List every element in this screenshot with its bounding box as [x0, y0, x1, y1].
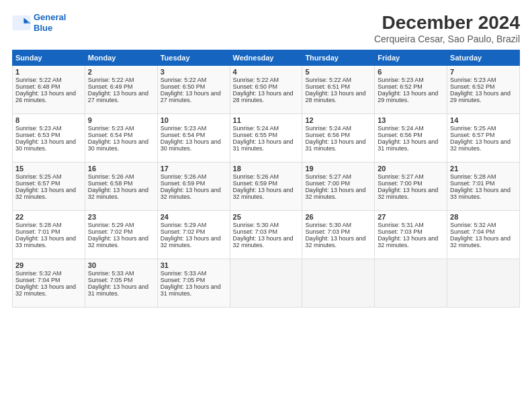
sunrise-text: Sunrise: 5:23 AM — [88, 125, 134, 132]
sunset-text: Sunset: 6:49 PM — [88, 83, 133, 90]
sunrise-text: Sunrise: 5:25 AM — [15, 173, 62, 180]
calendar-cell: 6Sunrise: 5:23 AMSunset: 6:52 PMDaylight… — [375, 66, 447, 114]
sunset-text: Sunset: 6:51 PM — [305, 83, 350, 90]
sunrise-text: Sunrise: 5:27 AM — [378, 173, 424, 180]
day-number: 23 — [88, 213, 154, 221]
calendar-cell: 7Sunrise: 5:23 AMSunset: 6:52 PMDaylight… — [447, 66, 520, 114]
daylight-text: Daylight: 13 hours and 33 minutes. — [15, 235, 76, 248]
sunrise-text: Sunrise: 5:33 AM — [161, 270, 207, 277]
daylight-text: Daylight: 13 hours and 27 minutes. — [161, 90, 221, 103]
day-number: 27 — [378, 213, 444, 221]
sunset-text: Sunset: 7:00 PM — [378, 180, 423, 187]
sunset-text: Sunset: 7:02 PM — [88, 228, 133, 235]
sunset-text: Sunset: 7:01 PM — [450, 180, 495, 187]
sunset-text: Sunset: 6:50 PM — [161, 83, 206, 90]
calendar-cell: 5Sunrise: 5:22 AMSunset: 6:51 PMDaylight… — [302, 66, 375, 114]
daylight-text: Daylight: 13 hours and 31 minutes. — [378, 138, 438, 152]
calendar-cell: 28Sunrise: 5:32 AMSunset: 7:04 PMDayligh… — [447, 211, 520, 259]
col-sunday: Sunday — [13, 50, 85, 66]
sunrise-text: Sunrise: 5:24 AM — [305, 125, 351, 132]
sunset-text: Sunset: 6:56 PM — [378, 132, 423, 138]
sunset-text: Sunset: 6:54 PM — [161, 132, 206, 138]
col-tuesday: Tuesday — [157, 50, 230, 66]
day-number: 28 — [450, 213, 517, 221]
calendar-cell: 23Sunrise: 5:29 AMSunset: 7:02 PMDayligh… — [85, 211, 157, 259]
calendar-page: General Blue December 2024 Cerqueira Ces… — [0, 0, 532, 411]
calendar-cell: 30Sunrise: 5:33 AMSunset: 7:05 PMDayligh… — [85, 259, 157, 308]
logo-text: General Blue — [34, 12, 66, 33]
daylight-text: Daylight: 13 hours and 32 minutes. — [233, 187, 294, 200]
calendar-cell — [230, 259, 302, 308]
calendar-table: Sunday Monday Tuesday Wednesday Thursday… — [12, 50, 520, 308]
calendar-cell: 31Sunrise: 5:33 AMSunset: 7:05 PMDayligh… — [157, 259, 230, 308]
day-number: 24 — [161, 213, 227, 221]
sunset-text: Sunset: 7:05 PM — [161, 277, 206, 283]
calendar-cell: 15Sunrise: 5:25 AMSunset: 6:57 PMDayligh… — [13, 163, 85, 211]
sunset-text: Sunset: 6:52 PM — [378, 83, 423, 90]
calendar-cell: 1Sunrise: 5:22 AMSunset: 6:48 PMDaylight… — [13, 66, 85, 114]
sunset-text: Sunset: 6:57 PM — [15, 180, 60, 187]
daylight-text: Daylight: 13 hours and 31 minutes. — [233, 138, 294, 152]
col-friday: Friday — [375, 50, 447, 66]
calendar-cell — [375, 259, 447, 308]
calendar-cell: 20Sunrise: 5:27 AMSunset: 7:00 PMDayligh… — [375, 163, 447, 211]
daylight-text: Daylight: 13 hours and 29 minutes. — [378, 90, 438, 103]
col-saturday: Saturday — [447, 50, 520, 66]
header-row: Sunday Monday Tuesday Wednesday Thursday… — [13, 50, 520, 66]
sunset-text: Sunset: 6:58 PM — [88, 180, 133, 187]
sunset-text: Sunset: 6:54 PM — [88, 132, 133, 138]
sunset-text: Sunset: 6:50 PM — [233, 83, 278, 90]
day-number: 3 — [161, 68, 227, 76]
sunrise-text: Sunrise: 5:27 AM — [305, 173, 351, 180]
calendar-week-3: 15Sunrise: 5:25 AMSunset: 6:57 PMDayligh… — [13, 163, 520, 211]
calendar-cell: 27Sunrise: 5:31 AMSunset: 7:03 PMDayligh… — [375, 211, 447, 259]
calendar-cell: 10Sunrise: 5:23 AMSunset: 6:54 PMDayligh… — [157, 114, 230, 163]
day-number: 5 — [305, 68, 371, 76]
sunset-text: Sunset: 6:56 PM — [305, 132, 350, 138]
sunset-text: Sunset: 6:59 PM — [233, 180, 278, 187]
logo-icon — [12, 15, 31, 30]
daylight-text: Daylight: 13 hours and 32 minutes. — [88, 235, 148, 248]
calendar-cell: 8Sunrise: 5:23 AMSunset: 6:53 PMDaylight… — [13, 114, 85, 163]
sunset-text: Sunset: 7:03 PM — [378, 228, 423, 235]
calendar-cell: 29Sunrise: 5:32 AMSunset: 7:04 PMDayligh… — [13, 259, 85, 308]
daylight-text: Daylight: 13 hours and 32 minutes. — [15, 283, 76, 297]
daylight-text: Daylight: 13 hours and 32 minutes. — [161, 235, 221, 248]
day-number: 10 — [161, 116, 227, 124]
sunrise-text: Sunrise: 5:32 AM — [15, 270, 62, 277]
daylight-text: Daylight: 13 hours and 30 minutes. — [15, 138, 76, 152]
daylight-text: Daylight: 13 hours and 31 minutes. — [305, 138, 365, 152]
sunrise-text: Sunrise: 5:25 AM — [450, 125, 496, 132]
calendar-cell: 17Sunrise: 5:26 AMSunset: 6:59 PMDayligh… — [157, 163, 230, 211]
sunset-text: Sunset: 7:03 PM — [305, 228, 350, 235]
day-number: 31 — [161, 261, 227, 269]
title-block: December 2024 Cerqueira Cesar, Sao Paulo… — [374, 12, 520, 44]
sunset-text: Sunset: 7:01 PM — [15, 228, 60, 235]
daylight-text: Daylight: 13 hours and 32 minutes. — [305, 187, 365, 200]
calendar-cell: 4Sunrise: 5:22 AMSunset: 6:50 PMDaylight… — [230, 66, 302, 114]
sunset-text: Sunset: 7:00 PM — [305, 180, 350, 187]
sunrise-text: Sunrise: 5:23 AM — [450, 77, 496, 83]
sunrise-text: Sunrise: 5:29 AM — [88, 222, 134, 228]
day-number: 6 — [378, 68, 444, 76]
sunrise-text: Sunrise: 5:30 AM — [233, 222, 279, 228]
day-number: 26 — [305, 213, 371, 221]
day-number: 19 — [305, 165, 371, 173]
day-number: 21 — [450, 165, 517, 173]
sunset-text: Sunset: 7:05 PM — [88, 277, 133, 283]
daylight-text: Daylight: 13 hours and 32 minutes. — [233, 235, 294, 248]
calendar-cell: 3Sunrise: 5:22 AMSunset: 6:50 PMDaylight… — [157, 66, 230, 114]
daylight-text: Daylight: 13 hours and 32 minutes. — [378, 187, 438, 200]
sunrise-text: Sunrise: 5:33 AM — [88, 270, 134, 277]
col-thursday: Thursday — [302, 50, 375, 66]
calendar-cell: 26Sunrise: 5:30 AMSunset: 7:03 PMDayligh… — [302, 211, 375, 259]
sunrise-text: Sunrise: 5:29 AM — [161, 222, 207, 228]
sunrise-text: Sunrise: 5:26 AM — [161, 173, 207, 180]
sunrise-text: Sunrise: 5:26 AM — [233, 173, 279, 180]
col-monday: Monday — [85, 50, 157, 66]
calendar-week-5: 29Sunrise: 5:32 AMSunset: 7:04 PMDayligh… — [13, 259, 520, 308]
day-number: 8 — [15, 116, 82, 124]
day-number: 25 — [233, 213, 300, 221]
calendar-cell: 22Sunrise: 5:28 AMSunset: 7:01 PMDayligh… — [13, 211, 85, 259]
day-number: 15 — [15, 165, 82, 173]
